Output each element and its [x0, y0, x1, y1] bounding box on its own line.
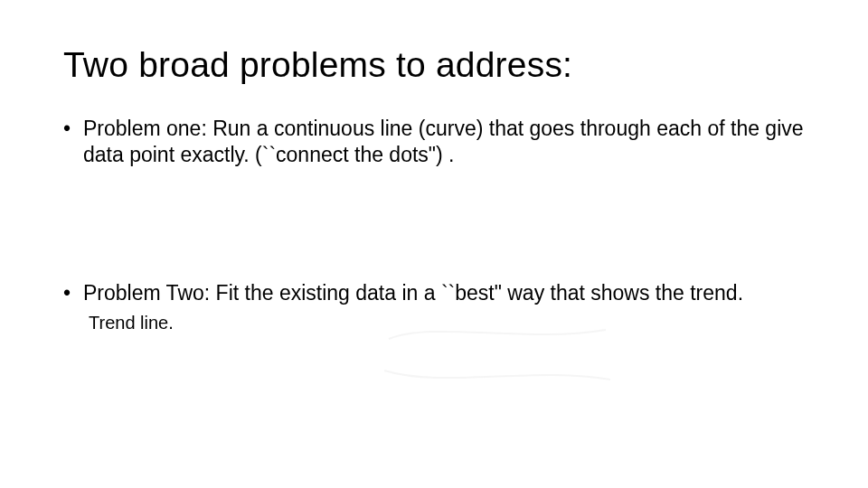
- bullet-problem-one: Problem one: Run a continuous line (curv…: [63, 116, 805, 168]
- slide: Two broad problems to address: Problem o…: [0, 0, 868, 488]
- trend-line-label: Trend line.: [63, 313, 805, 333]
- slide-title: Two broad problems to address:: [63, 45, 805, 85]
- bullet-problem-two: Problem Two: Fit the existing data in a …: [63, 280, 805, 306]
